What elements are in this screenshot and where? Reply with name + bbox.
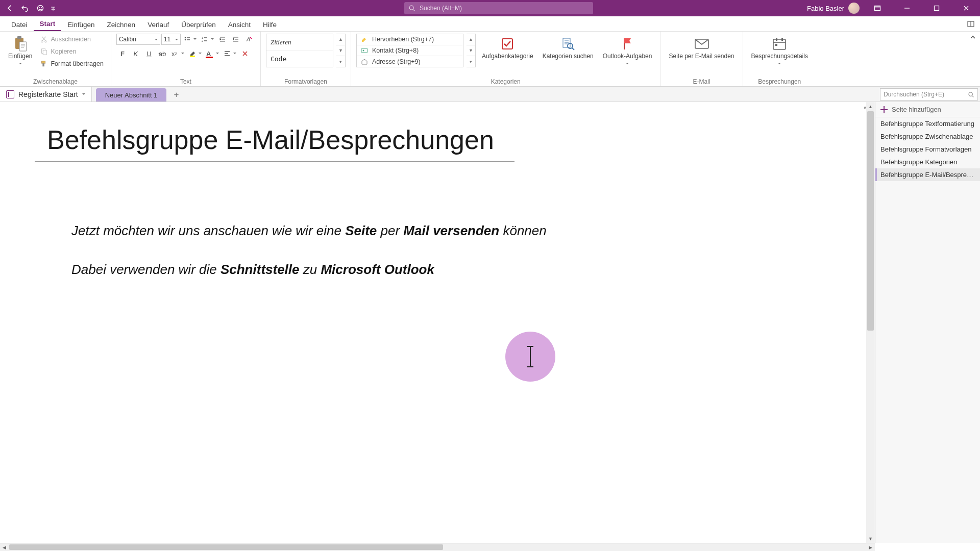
notebook-icon	[6, 90, 14, 98]
underline-button[interactable]: U	[143, 48, 155, 59]
strikethrough-button[interactable]: ab	[156, 48, 168, 59]
tag-contact[interactable]: Kontakt (Strg+8)	[357, 45, 463, 57]
scroll-right-button[interactable]: ▶	[866, 543, 875, 551]
italic-button[interactable]: K	[130, 48, 142, 59]
scroll-up-button[interactable]: ▲	[866, 102, 875, 111]
undo-button[interactable]	[18, 2, 32, 15]
chevron-up-icon[interactable]: ▲	[467, 34, 475, 45]
find-tags-button[interactable]: Kategorien suchen	[540, 34, 597, 62]
outdent-button[interactable]	[216, 34, 229, 45]
tags-gallery[interactable]: Hervorheben (Strg+7) Kontakt (Strg+8) Ad…	[356, 34, 463, 67]
tab-view[interactable]: Ansicht	[222, 18, 257, 31]
scroll-left-button[interactable]: ◀	[0, 543, 9, 551]
style-quote[interactable]: Zitieren	[266, 34, 333, 51]
tab-home[interactable]: Start	[34, 17, 62, 31]
add-section-button[interactable]: +	[169, 88, 183, 102]
ribbon-display-options-button[interactable]	[866, 0, 889, 16]
page-item[interactable]: Befehlsgruppe Kategorien	[875, 156, 980, 168]
outlook-tasks-button[interactable]: Outlook-Aufgaben	[600, 34, 655, 68]
section-tab[interactable]: Neuer Abschnitt 1	[96, 88, 167, 102]
tell-me-search[interactable]: Suchen (Alt+M)	[404, 2, 593, 14]
svg-rect-15	[42, 61, 45, 63]
tab-draw[interactable]: Zeichnen	[101, 18, 142, 31]
quick-access-toolbar	[0, 2, 60, 15]
tags-gallery-scroll[interactable]: ▲ ▼ ▾	[467, 34, 476, 67]
body-line-2[interactable]: Dabei verwenden wir die Schnittstelle zu…	[71, 260, 547, 279]
minimize-button[interactable]	[895, 0, 919, 16]
group-label-clipboard: Zwischenablage	[5, 77, 106, 85]
meeting-details-button[interactable]: Besprechungsdetails	[748, 34, 811, 68]
page-item[interactable]: Befehlsgruppe Formatvorlagen	[875, 143, 980, 156]
font-color-button[interactable]: A	[204, 48, 220, 59]
maximize-button[interactable]	[925, 0, 948, 16]
body-line-1[interactable]: Jetzt möchten wir uns anschauen wie wir …	[71, 221, 547, 240]
title-bar: Befehlsgruppe E-Mail/Besprechungen - One…	[0, 0, 980, 16]
page-body[interactable]: Jetzt möchten wir uns anschauen wie wir …	[71, 221, 547, 299]
tag-address[interactable]: Adresse (Strg+9)	[357, 56, 463, 67]
svg-rect-32	[775, 44, 777, 46]
horizontal-scrollbar[interactable]: ◀ ▶	[0, 543, 875, 551]
subscript-button[interactable]: x2	[169, 48, 186, 59]
chevron-up-icon[interactable]: ▲	[336, 34, 345, 45]
svg-point-24	[362, 50, 364, 52]
page-item[interactable]: Befehlsgruppe E-Mail/Besprechu	[875, 168, 980, 181]
touch-mode-button[interactable]	[34, 2, 47, 15]
tab-review[interactable]: Überprüfen	[175, 18, 222, 31]
group-tags: Hervorheben (Strg+7) Kontakt (Strg+8) Ad…	[351, 32, 661, 86]
vertical-scrollbar[interactable]: ▲ ▼	[866, 102, 875, 543]
delete-button[interactable]	[239, 48, 251, 59]
back-button[interactable]	[3, 2, 16, 15]
delete-icon	[241, 50, 249, 57]
share-button[interactable]	[966, 19, 976, 29]
search-pages-input[interactable]: Durchsuchen (Strg+E)	[880, 88, 978, 101]
font-family-select[interactable]: Calibri	[116, 34, 160, 45]
close-button[interactable]	[954, 0, 978, 16]
group-label-tags: Kategorien	[356, 77, 655, 85]
task-category-button[interactable]: Aufgabenkategorie	[479, 34, 536, 62]
clear-formatting-button[interactable]: A	[243, 34, 255, 45]
page-title[interactable]: Befehlsgruppe E-Mail/Besprechungen	[47, 124, 494, 155]
qat-customize-button[interactable]	[49, 2, 57, 15]
scroll-down-button[interactable]: ▼	[866, 534, 875, 543]
align-button[interactable]	[222, 48, 238, 59]
scroll-thumb[interactable]	[9, 544, 443, 550]
cut-button[interactable]: Ausschneiden	[38, 34, 106, 45]
collapse-ribbon-button[interactable]	[966, 32, 980, 86]
more-icon[interactable]: ▾	[467, 56, 475, 67]
page-item[interactable]: Befehlsgruppe Zwischenablage	[875, 130, 980, 143]
page-item[interactable]: Befehlsgruppe Textformatierung	[875, 117, 980, 130]
chevron-down-icon[interactable]: ▼	[336, 45, 345, 57]
page-canvas[interactable]: Befehlsgruppe E-Mail/Besprechungen Jetzt…	[0, 102, 875, 543]
add-page-button[interactable]: Seite hinzufügen	[875, 102, 980, 117]
notebook-dropdown[interactable]: Registerkarte Start	[0, 87, 92, 102]
chevron-down-icon	[82, 93, 85, 96]
tab-history[interactable]: Verlauf	[141, 18, 175, 31]
copy-button[interactable]: Kopieren	[38, 46, 106, 57]
bold-button[interactable]: F	[116, 48, 129, 59]
search-icon	[968, 91, 974, 98]
group-meetings: Besprechungsdetails Besprechungen	[743, 32, 816, 86]
bullets-button[interactable]	[182, 34, 198, 45]
tab-help[interactable]: Hilfe	[257, 18, 283, 31]
highlight-button[interactable]	[187, 48, 203, 59]
paste-button[interactable]: Einfügen	[5, 34, 35, 68]
paste-icon	[12, 36, 29, 52]
account-button[interactable]: Fabio Basler	[807, 3, 860, 14]
styles-gallery[interactable]: Zitieren Code	[266, 34, 333, 67]
font-size-select[interactable]: 11	[161, 34, 181, 45]
chevron-down-icon[interactable]: ▼	[467, 45, 475, 57]
format-painter-button[interactable]: Format übertragen	[38, 58, 106, 69]
style-code[interactable]: Code	[266, 51, 333, 67]
tab-insert[interactable]: Einfügen	[61, 18, 101, 31]
tab-file[interactable]: Datei	[5, 18, 34, 31]
scroll-thumb[interactable]	[867, 111, 874, 331]
indent-button[interactable]	[230, 34, 242, 45]
more-icon[interactable]: ▾	[336, 56, 345, 67]
styles-gallery-scroll[interactable]: ▲ ▼ ▾	[336, 34, 346, 67]
email-page-button[interactable]: Seite per E-Mail senden	[666, 34, 737, 62]
numbering-button[interactable]: 12	[199, 34, 215, 45]
svg-rect-30	[776, 38, 777, 41]
group-label-meetings: Besprechungen	[748, 77, 811, 85]
tag-highlight[interactable]: Hervorheben (Strg+7)	[357, 34, 463, 45]
address-tag-icon	[361, 58, 368, 65]
